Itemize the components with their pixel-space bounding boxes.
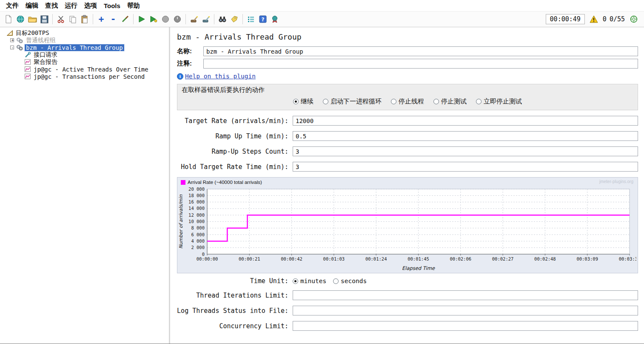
start-no-pauses-icon [150, 15, 157, 23]
radio-stop-test[interactable]: 停止测试 [433, 97, 467, 106]
search-icon [218, 16, 227, 23]
search-reset-button[interactable] [228, 13, 240, 25]
search-button[interactable] [217, 13, 228, 25]
menu-bar: 文件 编辑 查找 运行 选项 Tools 帮助 [0, 0, 644, 11]
radio-circle-icon [323, 99, 328, 104]
radio-circle-icon [333, 278, 339, 284]
target-circle-icon [630, 15, 638, 23]
listener-chart-icon [25, 66, 31, 72]
expander-minus-icon[interactable] [10, 46, 14, 49]
svg-text:12 000: 12 000 [188, 212, 205, 218]
cut-button[interactable] [55, 13, 67, 25]
start-no-pauses-button[interactable] [148, 13, 160, 25]
ramp-up-time-label: Ramp Up Time (min): [177, 132, 293, 140]
templates-button[interactable] [14, 13, 26, 25]
jmeter-window: 文件 编辑 查找 运行 选项 Tools 帮助 + - ? [0, 0, 644, 344]
toolbar-separator [242, 14, 243, 24]
help-plugin-link[interactable]: Help on this plugin [185, 73, 256, 80]
ramp-up-time-input[interactable] [293, 131, 638, 141]
recording-wizard-button[interactable] [200, 13, 212, 25]
menu-options[interactable]: 选项 [81, 1, 100, 11]
concurrency-limit-label: Concurrency Limit: [177, 322, 293, 330]
ramp-up-steps-input[interactable] [293, 146, 638, 156]
svg-text:i: i [180, 74, 181, 79]
ssl-manager-button[interactable] [269, 13, 281, 25]
chart-legend: Arrival Rate (~40000 total arrivals) [181, 180, 262, 185]
radio-continue[interactable]: 继续 [293, 97, 313, 106]
tree-node-label: 普通线程组 [25, 37, 57, 44]
toolbar-separator [214, 14, 214, 24]
thread-group-wizard-button[interactable] [188, 13, 200, 25]
comment-input[interactable] [203, 59, 638, 69]
log-errors-indicator[interactable] [588, 13, 600, 25]
copy-button[interactable] [67, 13, 79, 25]
new-file-button[interactable] [3, 13, 14, 25]
shutdown-button[interactable] [171, 13, 183, 25]
menu-edit[interactable]: 编辑 [22, 1, 42, 11]
tree-node-test-plan[interactable]: 目标200TPS [1, 29, 168, 37]
listener-chart-icon [25, 74, 31, 79]
toggle-icon [121, 15, 129, 23]
legend-label: Arrival Rate (~40000 total arrivals) [188, 180, 262, 185]
ramp-up-steps-label: Ramp-Up Steps Count: [177, 148, 293, 155]
name-input[interactable] [203, 46, 638, 56]
name-label: 名称: [177, 47, 203, 55]
help-button[interactable]: ? [257, 13, 269, 25]
expander-plus-icon[interactable] [10, 38, 14, 42]
comment-row: 注释: [177, 59, 638, 69]
toolbar: + - ? 00:00:49 0 0/55 [0, 11, 644, 27]
tree-node-transactions-per-second[interactable]: jp@gc - Transactions per Second [1, 73, 168, 80]
start-button[interactable] [136, 13, 148, 25]
radio-seconds[interactable]: seconds [333, 278, 367, 284]
stop-button[interactable] [160, 13, 171, 25]
concurrency-limit-input[interactable] [293, 321, 638, 331]
svg-text:16 000: 16 000 [188, 199, 205, 204]
add-element-button[interactable]: + [95, 13, 107, 25]
svg-text:00:02:27: 00:02:27 [492, 256, 514, 261]
templates-icon [16, 15, 25, 23]
tree-node-active-threads-over-time[interactable]: jp@gc - Active Threads Over Time [1, 66, 168, 73]
info-icon: i [177, 73, 183, 80]
target-rate-row: Target Rate (arrivals/min): [177, 116, 638, 126]
radio-minutes[interactable]: minutes [293, 278, 326, 284]
start-icon [138, 15, 145, 23]
error-count: 0 [603, 15, 607, 23]
cut-icon [57, 15, 65, 23]
tree-node-normal-thread-group[interactable]: 普通线程组 [1, 37, 168, 44]
ramp-up-time-row: Ramp Up Time (min): [177, 131, 638, 141]
toggle-element-button[interactable] [119, 13, 131, 25]
radio-stop-test-now[interactable]: 立即停止测试 [476, 97, 522, 106]
help-row: i Help on this plugin [177, 73, 638, 80]
hold-rate-time-input[interactable] [293, 162, 638, 172]
test-plan-icon [7, 30, 13, 36]
radio-start-next-loop[interactable]: 启动下一进程循环 [323, 97, 382, 106]
menu-tools[interactable]: Tools [100, 1, 124, 10]
arrival-rate-chart: Arrival Rate (~40000 total arrivals) jme… [177, 177, 638, 273]
tree-node-arrivals-thread-group[interactable]: bzm - Arrivals Thread Group [1, 44, 168, 51]
ramp-up-steps-row: Ramp-Up Steps Count: [177, 146, 638, 156]
target-rate-input[interactable] [293, 116, 638, 126]
menu-run[interactable]: 运行 [61, 1, 81, 11]
menu-help[interactable]: 帮助 [124, 1, 143, 11]
paste-button[interactable] [79, 13, 91, 25]
function-helper-icon [247, 15, 255, 23]
function-helper-button[interactable] [245, 13, 257, 25]
open-file-button[interactable] [26, 13, 38, 25]
thread-iterations-limit-input[interactable] [293, 290, 638, 300]
save-button[interactable] [38, 13, 50, 25]
radio-circle-icon [293, 278, 298, 284]
toolbar-separator [133, 14, 134, 24]
shutdown-icon [174, 15, 181, 23]
log-threads-status-input[interactable] [293, 306, 638, 315]
tree-node-aggregate-report[interactable]: 聚合报告 [1, 58, 168, 66]
error-action-title: 在取样器错误后要执行的动作 [182, 86, 633, 94]
radio-stop-thread[interactable]: 停止线程 [391, 97, 424, 106]
menu-file[interactable]: 文件 [3, 1, 22, 11]
tree-node-http-sampler[interactable]: 接口请求 [1, 51, 168, 58]
svg-text:00:00:42: 00:00:42 [281, 256, 302, 261]
tree-node-label: 接口请求 [32, 51, 59, 59]
menu-search[interactable]: 查找 [42, 1, 61, 11]
remove-element-button[interactable]: - [107, 13, 119, 25]
radio-label: 停止测试 [441, 97, 467, 106]
remote-start-indicator[interactable] [628, 13, 640, 25]
